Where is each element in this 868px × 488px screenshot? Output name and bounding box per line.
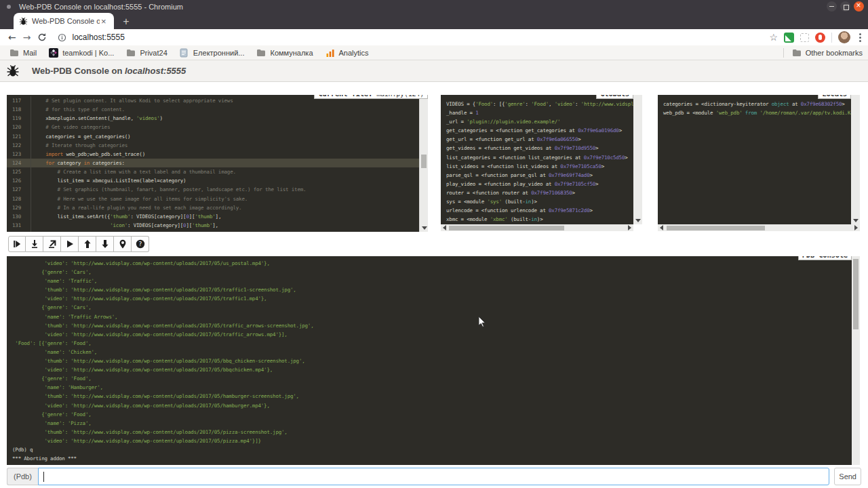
scroll-down-icon[interactable] xyxy=(422,226,427,230)
code-line-119: 119 xbmcplugin.setContent(_handle, 'vide… xyxy=(7,114,419,123)
browser-menu-icon[interactable] xyxy=(856,33,864,42)
bookmark-label: Privat24 xyxy=(140,49,167,57)
bookmark-star-icon[interactable]: ☆ xyxy=(769,32,778,43)
console-line: 'name': 'Chicken', xyxy=(12,348,852,357)
console-line: 'name': 'Pizza', xyxy=(12,419,852,428)
scroll-left-icon[interactable] xyxy=(443,225,446,230)
globals-horizontal-scrollbar[interactable] xyxy=(441,224,633,231)
new-tab-button[interactable]: + xyxy=(119,15,133,28)
console-line: 'video': 'http://www.vidsplay.com/wp-con… xyxy=(12,365,852,374)
bookmark-item[interactable]: Analytics xyxy=(326,48,369,58)
scrollbar-thumb[interactable] xyxy=(853,259,859,329)
globals-line: list_categories = <function list_categor… xyxy=(446,153,633,162)
send-button[interactable]: Send xyxy=(834,468,861,485)
scrollbar-thumb[interactable] xyxy=(449,226,564,230)
address-bar[interactable]: localhost:5555 xyxy=(72,33,124,42)
mouse-cursor xyxy=(478,316,486,328)
console-line: {'genre': 'Food', xyxy=(12,410,852,419)
debugger-toolbar: ? xyxy=(8,236,149,252)
scroll-right-icon[interactable] xyxy=(854,225,858,230)
console-line: 'thumb': 'http://www.vidsplay.com/wp-con… xyxy=(12,285,852,294)
locals-line: categories = <dictionary-keyiterator obj… xyxy=(663,100,851,108)
locals-horizontal-scrollbar[interactable] xyxy=(658,224,860,231)
bookmark-item[interactable]: Коммуналка xyxy=(256,48,313,58)
locals-vertical-scrollbar[interactable] xyxy=(851,95,860,224)
window-icon xyxy=(7,5,11,9)
return-icon xyxy=(47,239,57,249)
tab-close-icon[interactable]: × xyxy=(101,17,106,26)
continue-icon xyxy=(65,239,75,249)
reload-icon[interactable] xyxy=(37,33,47,42)
other-bookmarks-button[interactable]: Other bookmarks xyxy=(792,48,863,58)
bookmark-item[interactable]: teamkodi | Ko... xyxy=(49,48,114,58)
locals-panel: Locals categories = <dictionary-keyitera… xyxy=(658,95,851,224)
folder-icon xyxy=(256,48,266,58)
maximize-button[interactable] xyxy=(840,1,850,12)
tab-webpdb[interactable]: Web-PDB Console on loca × xyxy=(14,13,114,29)
scroll-left-icon[interactable] xyxy=(660,225,663,230)
code-vertical-scrollbar[interactable] xyxy=(419,95,428,232)
globals-vertical-scrollbar[interactable] xyxy=(633,95,642,224)
profile-avatar[interactable] xyxy=(838,31,850,43)
globals-line: parse_qsl = <function parse_qsl at 0x7f9… xyxy=(446,171,633,180)
current-file-name: main.py(124) xyxy=(376,95,424,98)
scroll-down-icon[interactable] xyxy=(635,219,641,222)
scroll-down-icon[interactable] xyxy=(853,219,859,222)
extension-green-icon[interactable] xyxy=(784,33,794,43)
bookmark-item[interactable]: Mail xyxy=(9,48,37,58)
help-button[interactable]: ? xyxy=(132,236,149,252)
globals-line: _handle = 1 xyxy=(446,108,633,117)
browser-toolbar: ← → localhost:5555 ☆ xyxy=(0,29,868,45)
code-line-118: 118 # for this type of content. xyxy=(7,105,419,114)
console-line: 'video': 'http://www.vidsplay.com/wp-con… xyxy=(12,294,852,303)
scroll-right-icon[interactable] xyxy=(628,225,631,230)
console-line: 'Food': [{'genre': 'Food', xyxy=(12,339,852,348)
globals-line: list_videos = <function list_videos at 0… xyxy=(446,162,633,171)
minimize-button[interactable] xyxy=(827,1,837,12)
console-line: 'thumb': 'http://www.vidsplay.com/wp-con… xyxy=(12,321,852,330)
step-button[interactable] xyxy=(26,236,43,252)
extension-disabled-icon[interactable] xyxy=(800,33,809,42)
next-icon xyxy=(12,239,22,249)
bookmark-item[interactable]: Електронний... xyxy=(180,48,245,58)
where-icon xyxy=(118,239,127,249)
chart-icon xyxy=(326,48,335,58)
extension-red-icon[interactable] xyxy=(815,33,825,43)
bookmark-item[interactable]: Privat24 xyxy=(126,48,167,58)
back-icon[interactable]: ← xyxy=(8,33,16,42)
page-title: Web-PDB Console on localhost:5555 xyxy=(32,66,186,76)
webpdb-bug-icon xyxy=(6,64,20,78)
bookmark-label: Mail xyxy=(23,49,37,57)
next-button[interactable] xyxy=(8,236,26,252)
help-icon: ? xyxy=(136,239,145,249)
globals-line: get_categories = <function get_categorie… xyxy=(446,126,633,135)
down-button[interactable] xyxy=(96,236,114,252)
code-line-124: 124 for category in categories: xyxy=(7,159,419,167)
console-line: 'video': 'http://www.vidsplay.com/wp-con… xyxy=(12,436,852,445)
window-title: Web-PDB Console on localhost:5555 - Chro… xyxy=(19,3,183,11)
page-title-host: localhost:5555 xyxy=(125,66,186,76)
continue-button[interactable] xyxy=(61,236,79,252)
step-icon xyxy=(30,239,39,249)
command-input[interactable] xyxy=(38,468,829,485)
console-vertical-scrollbar[interactable] xyxy=(852,256,860,465)
console-line: 'thumb': 'http://www.vidsplay.com/wp-con… xyxy=(12,357,852,365)
close-button[interactable] xyxy=(854,1,864,12)
locals-line: web_pdb = <module 'web_pdb' from '/home/… xyxy=(663,108,851,117)
bookmark-label: teamkodi | Ko... xyxy=(62,49,114,57)
where-button[interactable] xyxy=(114,236,132,252)
globals-line: get_url = <function get_url at 0x7f9e6a0… xyxy=(446,135,633,144)
scrollbar-thumb[interactable] xyxy=(421,155,427,168)
page-info-icon[interactable] xyxy=(58,33,66,42)
code-line-129: 129 # In a real-life plugin you need to … xyxy=(7,203,419,212)
other-bookmarks-label: Other bookmarks xyxy=(806,49,863,57)
console-line: 'name': 'Traffic Arrows', xyxy=(12,312,852,321)
forward-icon[interactable]: → xyxy=(23,33,31,42)
current-file-panel: Current file: main.py(124) 117 # Set plu… xyxy=(7,95,428,232)
bookmark-label: Коммуналка xyxy=(270,49,313,57)
console-line: 'name': 'Traffic', xyxy=(12,277,852,285)
return-button[interactable] xyxy=(43,236,61,252)
console-line: 'thumb': 'http://www.vidsplay.com/wp-con… xyxy=(12,428,852,436)
up-button[interactable] xyxy=(79,236,96,252)
scrollbar-thumb[interactable] xyxy=(667,226,765,230)
